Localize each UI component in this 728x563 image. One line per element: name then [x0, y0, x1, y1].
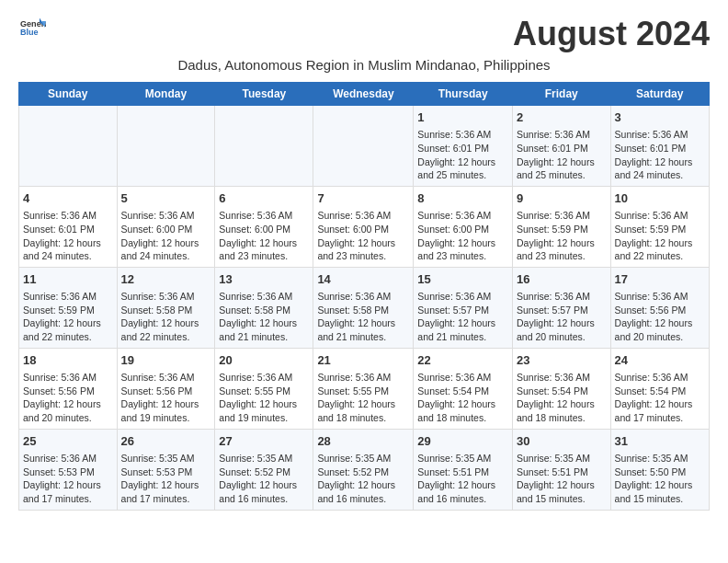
calendar-cell: 18Sunrise: 5:36 AM Sunset: 5:56 PM Dayli…: [19, 348, 118, 429]
calendar-week-row: 25Sunrise: 5:36 AM Sunset: 5:53 PM Dayli…: [19, 429, 710, 510]
day-info: Sunrise: 5:36 AM Sunset: 6:01 PM Dayligh…: [417, 128, 508, 182]
day-info: Sunrise: 5:36 AM Sunset: 6:01 PM Dayligh…: [23, 209, 113, 263]
day-number: 31: [615, 433, 705, 450]
day-info: Sunrise: 5:36 AM Sunset: 6:00 PM Dayligh…: [417, 209, 508, 263]
day-number: 23: [517, 352, 607, 369]
calendar-cell: 8Sunrise: 5:36 AM Sunset: 6:00 PM Daylig…: [414, 186, 513, 267]
day-number: 11: [23, 271, 113, 288]
day-number: 16: [517, 271, 607, 288]
calendar-cell: 21Sunrise: 5:36 AM Sunset: 5:55 PM Dayli…: [313, 348, 414, 429]
day-number: 25: [23, 433, 113, 450]
header: General Blue August 2024: [18, 15, 710, 53]
calendar-cell: 15Sunrise: 5:36 AM Sunset: 5:57 PM Dayli…: [414, 267, 513, 348]
day-info: Sunrise: 5:36 AM Sunset: 6:01 PM Dayligh…: [517, 128, 607, 182]
day-info: Sunrise: 5:36 AM Sunset: 5:54 PM Dayligh…: [517, 371, 607, 425]
calendar-cell: 25Sunrise: 5:36 AM Sunset: 5:53 PM Dayli…: [19, 429, 118, 510]
day-number: 7: [317, 190, 409, 207]
calendar-cell: [19, 106, 118, 187]
calendar-cell: 5Sunrise: 5:36 AM Sunset: 6:00 PM Daylig…: [117, 186, 215, 267]
day-info: Sunrise: 5:35 AM Sunset: 5:52 PM Dayligh…: [219, 452, 309, 506]
calendar-cell: [215, 106, 313, 187]
day-number: 26: [121, 433, 211, 450]
day-number: 21: [317, 352, 409, 369]
day-number: 3: [615, 109, 705, 126]
day-info: Sunrise: 5:36 AM Sunset: 5:57 PM Dayligh…: [517, 290, 607, 344]
day-info: Sunrise: 5:36 AM Sunset: 5:54 PM Dayligh…: [417, 371, 508, 425]
day-number: 13: [219, 271, 309, 288]
calendar-cell: 12Sunrise: 5:36 AM Sunset: 5:58 PM Dayli…: [117, 267, 215, 348]
day-number: 2: [517, 109, 607, 126]
calendar-cell: 1Sunrise: 5:36 AM Sunset: 6:01 PM Daylig…: [414, 106, 513, 187]
calendar-cell: 11Sunrise: 5:36 AM Sunset: 5:59 PM Dayli…: [19, 267, 118, 348]
day-number: 19: [121, 352, 211, 369]
day-number: 24: [615, 352, 705, 369]
day-info: Sunrise: 5:35 AM Sunset: 5:53 PM Dayligh…: [121, 452, 211, 506]
calendar-cell: 27Sunrise: 5:35 AM Sunset: 5:52 PM Dayli…: [215, 429, 313, 510]
day-header-wednesday: Wednesday: [313, 83, 414, 106]
day-info: Sunrise: 5:36 AM Sunset: 5:59 PM Dayligh…: [615, 209, 705, 263]
day-number: 1: [417, 109, 508, 126]
calendar-cell: 9Sunrise: 5:36 AM Sunset: 5:59 PM Daylig…: [513, 186, 611, 267]
day-number: 6: [219, 190, 309, 207]
logo: General Blue: [18, 15, 46, 40]
day-info: Sunrise: 5:35 AM Sunset: 5:50 PM Dayligh…: [615, 452, 705, 506]
day-info: Sunrise: 5:35 AM Sunset: 5:51 PM Dayligh…: [417, 452, 508, 506]
month-year: August 2024: [513, 15, 710, 53]
day-number: 5: [121, 190, 211, 207]
calendar-cell: 20Sunrise: 5:36 AM Sunset: 5:55 PM Dayli…: [215, 348, 313, 429]
day-info: Sunrise: 5:36 AM Sunset: 5:56 PM Dayligh…: [23, 371, 113, 425]
day-number: 22: [417, 352, 508, 369]
day-number: 4: [23, 190, 113, 207]
day-number: 9: [517, 190, 607, 207]
calendar-cell: 2Sunrise: 5:36 AM Sunset: 6:01 PM Daylig…: [513, 106, 611, 187]
calendar-cell: 19Sunrise: 5:36 AM Sunset: 5:56 PM Dayli…: [117, 348, 215, 429]
day-info: Sunrise: 5:35 AM Sunset: 5:52 PM Dayligh…: [317, 452, 409, 506]
day-number: 15: [417, 271, 508, 288]
day-info: Sunrise: 5:36 AM Sunset: 6:01 PM Dayligh…: [615, 128, 705, 182]
subtitle: Dadus, Autonomous Region in Muslim Minda…: [18, 57, 710, 73]
day-header-thursday: Thursday: [414, 83, 513, 106]
calendar-cell: [117, 106, 215, 187]
day-info: Sunrise: 5:36 AM Sunset: 6:00 PM Dayligh…: [317, 209, 409, 263]
day-number: 8: [417, 190, 508, 207]
day-header-sunday: Sunday: [19, 83, 118, 106]
day-info: Sunrise: 5:36 AM Sunset: 5:58 PM Dayligh…: [317, 290, 409, 344]
calendar-cell: 31Sunrise: 5:35 AM Sunset: 5:50 PM Dayli…: [610, 429, 709, 510]
day-number: 29: [417, 433, 508, 450]
day-info: Sunrise: 5:36 AM Sunset: 5:59 PM Dayligh…: [23, 290, 113, 344]
calendar-week-row: 11Sunrise: 5:36 AM Sunset: 5:59 PM Dayli…: [19, 267, 710, 348]
calendar-cell: 13Sunrise: 5:36 AM Sunset: 5:58 PM Dayli…: [215, 267, 313, 348]
day-info: Sunrise: 5:36 AM Sunset: 5:54 PM Dayligh…: [615, 371, 705, 425]
calendar-cell: 4Sunrise: 5:36 AM Sunset: 6:01 PM Daylig…: [19, 186, 118, 267]
calendar-cell: 6Sunrise: 5:36 AM Sunset: 6:00 PM Daylig…: [215, 186, 313, 267]
day-info: Sunrise: 5:36 AM Sunset: 5:58 PM Dayligh…: [121, 290, 211, 344]
day-info: Sunrise: 5:36 AM Sunset: 5:56 PM Dayligh…: [615, 290, 705, 344]
calendar-cell: 16Sunrise: 5:36 AM Sunset: 5:57 PM Dayli…: [513, 267, 611, 348]
calendar-cell: 3Sunrise: 5:36 AM Sunset: 6:01 PM Daylig…: [610, 106, 709, 187]
day-header-friday: Friday: [513, 83, 611, 106]
day-number: 30: [517, 433, 607, 450]
day-header-saturday: Saturday: [610, 83, 709, 106]
days-header-row: SundayMondayTuesdayWednesdayThursdayFrid…: [19, 83, 710, 106]
calendar-table: SundayMondayTuesdayWednesdayThursdayFrid…: [18, 82, 710, 511]
day-info: Sunrise: 5:36 AM Sunset: 5:53 PM Dayligh…: [23, 452, 113, 506]
day-number: 20: [219, 352, 309, 369]
day-header-tuesday: Tuesday: [215, 83, 313, 106]
day-info: Sunrise: 5:36 AM Sunset: 5:55 PM Dayligh…: [219, 371, 309, 425]
day-info: Sunrise: 5:36 AM Sunset: 5:56 PM Dayligh…: [121, 371, 211, 425]
day-number: 12: [121, 271, 211, 288]
day-info: Sunrise: 5:35 AM Sunset: 5:51 PM Dayligh…: [517, 452, 607, 506]
calendar-cell: 7Sunrise: 5:36 AM Sunset: 6:00 PM Daylig…: [313, 186, 414, 267]
day-info: Sunrise: 5:36 AM Sunset: 5:59 PM Dayligh…: [517, 209, 607, 263]
day-header-monday: Monday: [117, 83, 215, 106]
day-number: 17: [615, 271, 705, 288]
calendar-cell: 17Sunrise: 5:36 AM Sunset: 5:56 PM Dayli…: [610, 267, 709, 348]
calendar-week-row: 1Sunrise: 5:36 AM Sunset: 6:01 PM Daylig…: [19, 106, 710, 187]
day-info: Sunrise: 5:36 AM Sunset: 5:58 PM Dayligh…: [219, 290, 309, 344]
calendar-cell: 22Sunrise: 5:36 AM Sunset: 5:54 PM Dayli…: [414, 348, 513, 429]
calendar-cell: 30Sunrise: 5:35 AM Sunset: 5:51 PM Dayli…: [513, 429, 611, 510]
logo-icon: General Blue: [20, 15, 46, 40]
calendar-cell: 29Sunrise: 5:35 AM Sunset: 5:51 PM Dayli…: [414, 429, 513, 510]
calendar-cell: 28Sunrise: 5:35 AM Sunset: 5:52 PM Dayli…: [313, 429, 414, 510]
calendar-week-row: 18Sunrise: 5:36 AM Sunset: 5:56 PM Dayli…: [19, 348, 710, 429]
